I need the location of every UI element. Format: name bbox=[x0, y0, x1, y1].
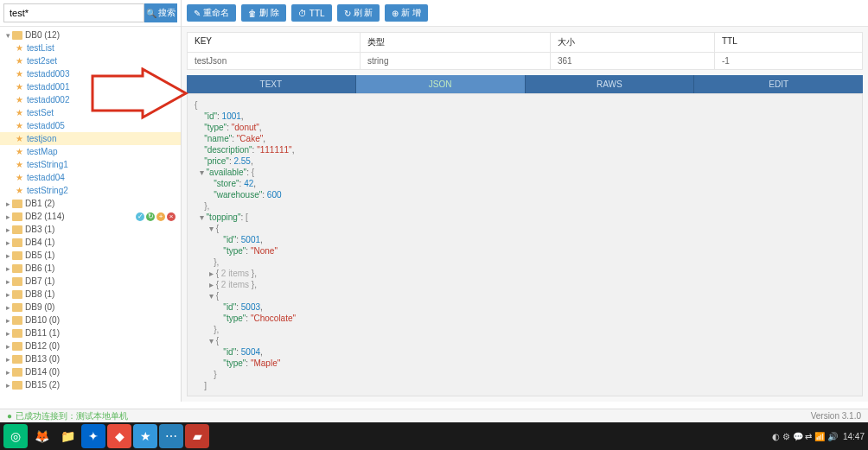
key-info-table: KEY 类型 大小 TTL testJson string 361 -1 bbox=[187, 32, 863, 70]
key-node-testjson[interactable]: ★testjson bbox=[0, 132, 181, 145]
col-key: KEY bbox=[188, 33, 361, 52]
tab-raws[interactable]: RAWS bbox=[526, 75, 695, 93]
folder-icon bbox=[12, 381, 22, 390]
files-icon[interactable]: 📁 bbox=[55, 424, 80, 448]
key-node-testString1[interactable]: ★testString1 bbox=[0, 158, 181, 171]
db-node-0[interactable]: ▾DB0 (12) bbox=[0, 29, 181, 41]
db-node[interactable]: ▸DB10 (0) bbox=[0, 314, 181, 326]
key-node-test2set[interactable]: ★test2set bbox=[0, 54, 181, 67]
json-viewer[interactable]: { "id": 1001, "type": "donut", "name": "… bbox=[187, 93, 863, 396]
app2-icon[interactable]: ◆ bbox=[107, 424, 131, 448]
firefox-icon[interactable]: 🦊 bbox=[29, 424, 54, 448]
db-node[interactable]: ▸DB1 (2) bbox=[0, 197, 181, 210]
folder-icon bbox=[12, 355, 22, 364]
expand-icon: ▸ bbox=[3, 212, 12, 221]
refresh-icon: ↻ bbox=[344, 9, 351, 18]
search-input[interactable] bbox=[3, 3, 144, 22]
db-node[interactable]: ▸DB7 (1) bbox=[0, 275, 181, 288]
rename-button[interactable]: ✎重命名 bbox=[187, 4, 236, 22]
val-size: 361 bbox=[551, 53, 715, 69]
val-ttl: -1 bbox=[715, 53, 862, 69]
folder-icon bbox=[12, 368, 22, 377]
expand-icon: ▸ bbox=[3, 251, 12, 260]
key-node-testadd003[interactable]: ★testadd003 bbox=[0, 67, 181, 80]
folder-icon bbox=[12, 251, 22, 260]
expand-icon: ▸ bbox=[3, 303, 12, 312]
folder-icon bbox=[12, 225, 22, 234]
db-node[interactable]: ▸DB2 (114)✓↻+× bbox=[0, 210, 181, 223]
plus-icon: ⊕ bbox=[392, 9, 399, 18]
db-node[interactable]: ▸DB5 (1) bbox=[0, 249, 181, 262]
delete-button[interactable]: 🗑删 除 bbox=[241, 4, 286, 22]
star-icon: ★ bbox=[16, 135, 24, 143]
refresh-button[interactable]: ↻刷 新 bbox=[337, 4, 380, 22]
act2-icon[interactable]: ↻ bbox=[146, 212, 155, 221]
key-node-testadd05[interactable]: ★testadd05 bbox=[0, 119, 181, 132]
app1-icon[interactable]: ✦ bbox=[81, 424, 105, 448]
tab-json[interactable]: JSON bbox=[356, 75, 526, 93]
key-node-testadd001[interactable]: ★testadd001 bbox=[0, 80, 181, 93]
launcher-icon[interactable]: ◎ bbox=[3, 424, 28, 448]
db-node[interactable]: ▸DB11 (1) bbox=[0, 326, 181, 339]
star-icon: ★ bbox=[16, 44, 24, 53]
col-size: 大小 bbox=[551, 33, 715, 52]
db-tree: ▾DB0 (12) ★testList★test2set★testadd003★… bbox=[0, 27, 181, 402]
version-label: Version 3.1.0 bbox=[811, 411, 861, 421]
key-node-testadd002[interactable]: ★testadd002 bbox=[0, 93, 181, 106]
db-node[interactable]: ▸DB15 (2) bbox=[0, 378, 181, 391]
collapse-icon: ▾ bbox=[3, 31, 12, 40]
act4-icon[interactable]: × bbox=[167, 212, 176, 221]
expand-icon: ▸ bbox=[3, 264, 12, 273]
folder-icon bbox=[12, 212, 22, 221]
star-icon: ★ bbox=[16, 122, 24, 130]
key-node-testMap[interactable]: ★testMap bbox=[0, 145, 181, 158]
pencil-icon: ✎ bbox=[194, 9, 201, 18]
tab-edit[interactable]: EDIT bbox=[694, 75, 863, 93]
app4-icon[interactable]: ⋯ bbox=[159, 424, 183, 448]
db-node[interactable]: ▸DB9 (0) bbox=[0, 301, 181, 314]
folder-icon bbox=[12, 290, 22, 299]
trash-icon: 🗑 bbox=[248, 9, 257, 18]
app5-icon[interactable]: ▰ bbox=[185, 424, 209, 448]
star-icon: ★ bbox=[16, 148, 24, 156]
clock[interactable]: 14:47 bbox=[843, 432, 865, 441]
tray-icons[interactable]: ◐ ⚙ 💬 ⇄ 📶 🔊 bbox=[772, 432, 838, 441]
app3-icon[interactable]: ★ bbox=[133, 424, 157, 448]
db-node[interactable]: ▸DB8 (1) bbox=[0, 288, 181, 301]
star-icon: ★ bbox=[16, 161, 24, 169]
star-icon: ★ bbox=[16, 96, 24, 105]
folder-icon bbox=[12, 329, 22, 338]
expand-icon: ▸ bbox=[3, 200, 12, 208]
expand-icon: ▸ bbox=[3, 290, 12, 299]
db-node[interactable]: ▸DB6 (1) bbox=[0, 262, 181, 275]
db-node[interactable]: ▸DB12 (0) bbox=[0, 339, 181, 352]
star-icon: ★ bbox=[16, 174, 24, 182]
status-bar: ●已成功连接到：测试本地单机 Version 3.1.0 bbox=[0, 409, 868, 422]
key-node-testadd04[interactable]: ★testadd04 bbox=[0, 171, 181, 184]
db-node[interactable]: ▸DB13 (0) bbox=[0, 352, 181, 365]
db-node[interactable]: ▸DB14 (0) bbox=[0, 365, 181, 378]
search-button[interactable]: 🔍搜索 bbox=[144, 3, 177, 22]
action-bar: ✎重命名 🗑删 除 ⏱TTL ↻刷 新 ⊕新 增 bbox=[182, 0, 868, 27]
folder-icon bbox=[12, 31, 22, 40]
ttl-button[interactable]: ⏱TTL bbox=[291, 4, 332, 22]
expand-icon: ▸ bbox=[3, 329, 12, 338]
key-node-testSet[interactable]: ★testSet bbox=[0, 106, 181, 119]
expand-icon: ▸ bbox=[3, 225, 12, 234]
act3-icon[interactable]: + bbox=[156, 212, 165, 221]
sidebar: 🔍搜索 ▾DB0 (12) ★testList★test2set★testadd… bbox=[0, 0, 182, 402]
tab-text[interactable]: TEXT bbox=[187, 75, 356, 93]
key-node-testString2[interactable]: ★testString2 bbox=[0, 184, 181, 197]
new-button[interactable]: ⊕新 增 bbox=[385, 4, 428, 22]
view-tabs: TEXT JSON RAWS EDIT bbox=[187, 75, 863, 93]
key-node-testList[interactable]: ★testList bbox=[0, 41, 181, 54]
star-icon: ★ bbox=[16, 57, 24, 66]
expand-icon: ▸ bbox=[3, 342, 12, 351]
star-icon: ★ bbox=[16, 70, 24, 79]
val-key: testJson bbox=[188, 53, 361, 69]
db-node[interactable]: ▸DB3 (1) bbox=[0, 223, 181, 236]
db-node[interactable]: ▸DB4 (1) bbox=[0, 236, 181, 249]
folder-icon bbox=[12, 303, 22, 312]
expand-icon: ▸ bbox=[3, 355, 12, 364]
act1-icon[interactable]: ✓ bbox=[136, 212, 144, 221]
